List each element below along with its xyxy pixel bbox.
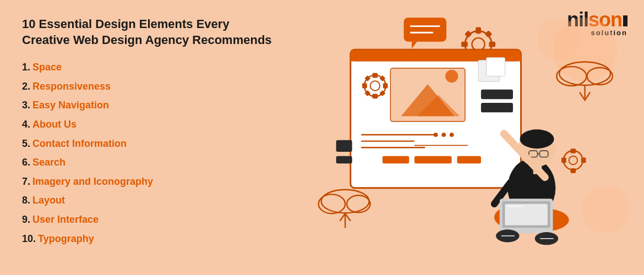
item-number-7: 7. bbox=[22, 176, 30, 187]
item-number-1: 1. bbox=[22, 62, 30, 73]
list-item-4: 4.About Us bbox=[22, 115, 275, 134]
item-number-3: 3. bbox=[22, 100, 30, 111]
svg-rect-30 bbox=[581, 158, 586, 163]
list-item-1: 1.Space bbox=[22, 58, 275, 77]
svg-rect-21 bbox=[465, 30, 472, 38]
svg-rect-62 bbox=[336, 140, 352, 152]
svg-rect-42 bbox=[362, 83, 367, 89]
svg-rect-19 bbox=[461, 42, 468, 47]
svg-rect-61 bbox=[457, 156, 481, 164]
list-item-5: 5.Contact Information bbox=[22, 134, 275, 153]
svg-point-55 bbox=[434, 133, 438, 137]
item-label-3: Easy Navigation bbox=[32, 100, 109, 111]
item-label-6: Search bbox=[32, 157, 66, 168]
left-content: 10 Essential Design Elements Every Creat… bbox=[0, 0, 286, 275]
svg-rect-63 bbox=[336, 156, 352, 164]
svg-rect-28 bbox=[570, 168, 576, 173]
list-item-8: 8.Layout bbox=[22, 191, 275, 210]
svg-rect-17 bbox=[476, 28, 481, 34]
item-number-6: 6. bbox=[22, 157, 30, 168]
svg-rect-20 bbox=[489, 42, 495, 47]
svg-rect-43 bbox=[383, 83, 388, 89]
item-label-9: User Interface bbox=[32, 214, 99, 225]
svg-point-56 bbox=[441, 133, 446, 137]
illustration bbox=[297, 6, 627, 264]
svg-rect-29 bbox=[561, 158, 566, 163]
svg-point-72 bbox=[500, 130, 508, 138]
item-number-10: 10. bbox=[22, 233, 36, 244]
item-label-10: Typography bbox=[38, 233, 94, 244]
svg-rect-60 bbox=[414, 156, 452, 164]
list-item-10: 10.Typography bbox=[22, 229, 275, 249]
svg-point-25 bbox=[564, 151, 583, 170]
list-item-9: 9.User Interface bbox=[22, 210, 275, 229]
svg-rect-79 bbox=[507, 206, 523, 207]
page-container: 10 Essential Design Elements Every Creat… bbox=[0, 0, 644, 275]
svg-rect-24 bbox=[485, 30, 493, 38]
item-number-8: 8. bbox=[22, 195, 30, 206]
svg-point-57 bbox=[450, 133, 454, 137]
svg-rect-11 bbox=[404, 18, 446, 42]
svg-point-2 bbox=[582, 185, 627, 233]
svg-rect-27 bbox=[570, 148, 576, 153]
svg-rect-59 bbox=[383, 156, 409, 164]
right-area: nilson solution bbox=[286, 0, 644, 275]
item-label-4: About Us bbox=[32, 119, 77, 130]
item-number-4: 4. bbox=[22, 119, 30, 130]
svg-rect-49 bbox=[487, 58, 505, 76]
list-item-2: 2.Responsiveness bbox=[22, 77, 275, 96]
items-list: 1.Space2.Responsiveness3.Easy Navigation… bbox=[22, 58, 275, 248]
svg-point-1 bbox=[537, 18, 579, 60]
main-title: 10 Essential Design Elements Every Creat… bbox=[22, 16, 275, 48]
item-number-2: 2. bbox=[22, 81, 30, 92]
svg-point-16 bbox=[472, 38, 484, 51]
svg-rect-50 bbox=[481, 90, 513, 99]
item-number-9: 9. bbox=[22, 214, 30, 225]
list-item-7: 7.Imagery and Iconography bbox=[22, 172, 275, 191]
list-item-6: 6.Search bbox=[22, 153, 275, 172]
svg-rect-41 bbox=[372, 94, 378, 98]
svg-marker-14 bbox=[412, 42, 417, 49]
svg-point-66 bbox=[520, 129, 554, 148]
item-label-1: Space bbox=[32, 62, 62, 73]
item-label-2: Responsiveness bbox=[32, 81, 111, 92]
item-label-7: Imagery and Iconography bbox=[32, 176, 153, 187]
svg-point-5 bbox=[347, 195, 370, 212]
item-label-8: Layout bbox=[32, 195, 65, 206]
svg-point-26 bbox=[569, 156, 577, 164]
list-item-3: 3.Easy Navigation bbox=[22, 96, 275, 115]
svg-point-37 bbox=[445, 70, 458, 82]
svg-rect-40 bbox=[372, 73, 378, 78]
item-number-5: 5. bbox=[22, 138, 30, 149]
item-label-5: Contact Information bbox=[32, 138, 127, 149]
svg-rect-51 bbox=[481, 103, 513, 112]
